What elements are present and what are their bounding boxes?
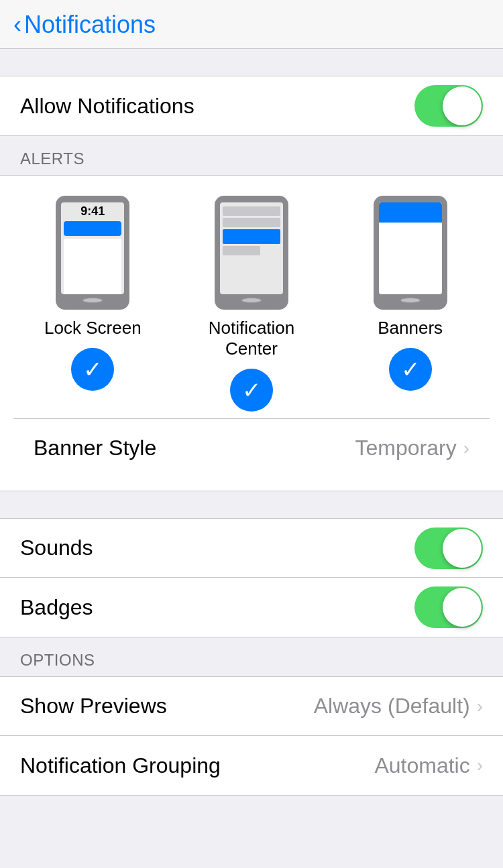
notification-center-mockup: [215, 196, 288, 310]
toggle-knob: [443, 86, 482, 125]
lock-screen-check[interactable]: ✓: [71, 348, 114, 391]
allow-notifications-card: Allow Notifications: [0, 76, 503, 136]
badges-toggle-knob: [443, 588, 482, 627]
banner-style-label: Banner Style: [34, 436, 156, 460]
chevron-right-icon: ›: [477, 755, 483, 776]
home-button-nc: [241, 298, 262, 303]
lock-screen-label: Lock Screen: [44, 318, 142, 338]
banner-style-value-text: Temporary: [355, 436, 457, 460]
sounds-badges-card: Sounds Badges: [0, 518, 503, 637]
nc-row1: [223, 206, 280, 216]
sounds-label: Sounds: [20, 536, 93, 560]
notification-center-display: [220, 202, 283, 294]
allow-notifications-toggle[interactable]: [414, 85, 483, 127]
banners-display: [379, 202, 442, 294]
alerts-card: 9:41 Lock Screen ✓: [0, 175, 503, 491]
chevron-right-icon: ›: [463, 438, 469, 459]
alerts-section-header: ALERTS: [0, 136, 503, 175]
navigation-header: ‹ Notifications: [0, 0, 503, 49]
bottom-spacer: [0, 796, 503, 822]
banner-top: [379, 202, 442, 223]
notification-center-label: Notification Center: [184, 318, 319, 359]
top-spacer: [0, 49, 503, 76]
back-label: Notifications: [24, 11, 156, 39]
check-icon: ✓: [83, 358, 102, 381]
banner-body: [379, 223, 442, 294]
check-icon: ✓: [401, 358, 420, 381]
options-section-header: OPTIONS: [0, 637, 503, 676]
notification-center-check[interactable]: ✓: [230, 369, 273, 412]
alert-item-banners[interactable]: Banners ✓: [343, 196, 478, 391]
badges-label: Badges: [20, 595, 93, 620]
home-button-banners: [400, 298, 421, 303]
nc-row2: [223, 218, 280, 227]
options-card: Show Previews Always (Default) › Notific…: [0, 676, 503, 796]
show-previews-value-text: Always (Default): [314, 694, 470, 719]
badges-toggle[interactable]: [414, 586, 483, 628]
lock-screen-display: 9:41: [61, 202, 124, 294]
banner-style-value: Temporary ›: [355, 436, 469, 460]
chevron-left-icon: ‹: [13, 13, 21, 37]
show-previews-value: Always (Default) ›: [314, 694, 483, 719]
banners-label: Banners: [378, 318, 443, 338]
mid-spacer: [0, 491, 503, 518]
home-button-lock: [82, 298, 103, 303]
nc-row3: [223, 229, 280, 244]
nc-row4: [223, 246, 260, 255]
lock-screen-time: 9:41: [61, 205, 124, 217]
allow-notifications-label: Allow Notifications: [20, 94, 194, 119]
badges-row: Badges: [0, 578, 503, 637]
check-icon: ✓: [242, 379, 261, 401]
sounds-toggle-knob: [443, 529, 482, 568]
back-button[interactable]: ‹ Notifications: [13, 11, 156, 39]
allow-notifications-row: Allow Notifications: [0, 76, 503, 135]
lock-screen-notification: [64, 221, 121, 236]
banners-mockup: [374, 196, 447, 310]
lock-screen-body: [64, 239, 121, 294]
sounds-toggle[interactable]: [414, 528, 483, 569]
notification-grouping-label: Notification Grouping: [20, 753, 221, 778]
alert-item-lock-screen[interactable]: 9:41 Lock Screen ✓: [25, 196, 160, 391]
alerts-grid: 9:41 Lock Screen ✓: [13, 196, 490, 412]
banner-style-row[interactable]: Banner Style Temporary ›: [13, 418, 490, 477]
show-previews-row[interactable]: Show Previews Always (Default) ›: [0, 677, 503, 736]
notification-grouping-value: Automatic ›: [374, 753, 483, 778]
chevron-right-icon: ›: [477, 696, 483, 717]
notification-grouping-value-text: Automatic: [374, 753, 469, 778]
banners-check[interactable]: ✓: [389, 348, 432, 391]
notification-grouping-row[interactable]: Notification Grouping Automatic ›: [0, 736, 503, 795]
show-previews-label: Show Previews: [20, 694, 167, 719]
sounds-row: Sounds: [0, 519, 503, 578]
alert-item-notification-center[interactable]: Notification Center ✓: [184, 196, 319, 412]
lock-screen-mockup: 9:41: [56, 196, 129, 310]
